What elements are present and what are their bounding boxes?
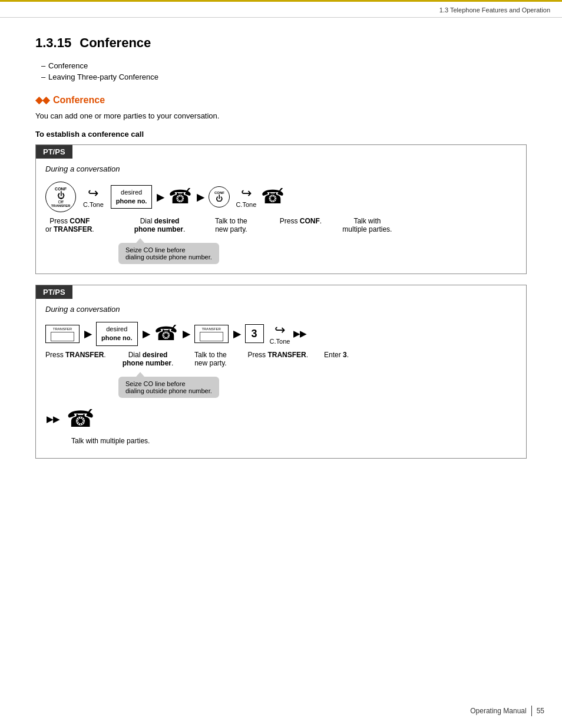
handset-waves-2: ☎́ [261, 186, 285, 208]
diagram-box-1: PT/PS During a conversation CONF ⏻ Off T… [35, 144, 527, 274]
label-press-transfer-2: Press TRANSFER. [247, 351, 308, 359]
handset-waves-4: ☎́ [67, 406, 94, 432]
subsection-heading: ◆◆ Conference [35, 94, 527, 106]
callout-text-2: Seize CO line beforedialing outside phon… [125, 380, 212, 394]
transfer-sub-label: TRANSFER [51, 204, 71, 207]
handset-icon-1: ↪ [88, 186, 98, 201]
toc-item-1: Conference [41, 61, 527, 70]
transfer-btn-2-label: TRANSFER [201, 327, 220, 331]
during-conv-2: During a conversation [45, 305, 526, 314]
label-press-transfer: Press TRANSFER. [45, 351, 106, 359]
desired-label-2: desired [106, 325, 127, 332]
label-talk-multiple-1: Talk withmultiple parties. [340, 217, 394, 233]
handset-icon-2: ↪ [241, 186, 252, 201]
dbl-arrow-1: ▶▶ [293, 329, 306, 338]
ctone-label-3: C.Tone [270, 338, 290, 345]
arrow-1: ▶ [157, 192, 164, 203]
footer: Operating Manual 55 [0, 706, 562, 716]
desired-label-1: desired [121, 189, 142, 196]
transfer-button: TRANSFER [45, 325, 80, 343]
toc-list: Conference Leaving Three-party Conferenc… [35, 61, 527, 81]
page-content: 1.3.15 Conference Conference Leaving Thr… [0, 18, 562, 487]
conf-transfer-button: CONF ⏻ Off TRANSFER [45, 182, 76, 212]
flow-row-2: TRANSFER ▶ desired phone no. ▶ ☎́ ▶ TRAN… [45, 322, 526, 346]
label-dial-desired-1: Dial desired phone number. [134, 217, 186, 233]
section-name: Conference [80, 35, 151, 50]
transfer-bold-2: TRANSFER [65, 351, 104, 359]
description: You can add one or more parties to your … [35, 111, 527, 120]
arrow-2: ▶ [197, 192, 204, 203]
flow-row-1: CONF ⏻ Off TRANSFER ↪ C.Tone desired pho… [45, 182, 526, 212]
number-3-label: 3 [252, 328, 257, 340]
transfer-btn-2-body [200, 332, 223, 341]
header-bar: 1.3 Telephone Features and Operation [0, 0, 562, 18]
handset-waves-1: ☎́ [168, 186, 192, 208]
handset-waves-3: ☎́ [154, 322, 178, 345]
section-title: 1.3.15 Conference [35, 35, 527, 51]
callout-2: Seize CO line beforedialing outside phon… [118, 377, 219, 398]
desired-phone-box-2: desired phone no. [96, 322, 138, 346]
conf-bold-2: CONF [300, 217, 320, 225]
transfer-bold-label: TRANSFER [54, 225, 92, 233]
transfer-button-2: TRANSFER [194, 325, 229, 343]
arrow-4: ▶ [143, 328, 150, 340]
handset-waves-group-4: ☎́ [67, 406, 94, 432]
dbl-arrow-2: ▶▶ [47, 414, 59, 424]
section-number: 1.3.15 [35, 35, 71, 50]
transfer-button-2-group: TRANSFER [194, 325, 229, 343]
label-row-1: Press CONF or TRANSFER. Dial desired pho… [45, 217, 526, 233]
ctone-label-1: C.Tone [83, 201, 104, 208]
label-press-conf: Press CONF or TRANSFER. [45, 217, 94, 233]
conf-button-2: CONF ⏻ [209, 186, 230, 207]
handset-waves-group-2: ☎́ [261, 186, 285, 208]
conf-button: CONF ⏻ Off TRANSFER [45, 182, 76, 212]
label-talk-multiple-2: Talk with multiple parties. [71, 437, 150, 445]
ptps-header-1: PT/PS [36, 145, 72, 159]
handset-waves-group-3: ☎́ [154, 322, 178, 345]
during-conv-1: During a conversation [45, 164, 526, 173]
ctone-group-3: ↪ C.Tone [270, 322, 290, 345]
callout-text-1: Seize CO line beforedialing outside phon… [125, 246, 212, 261]
power-icon: ⏻ [57, 191, 65, 200]
establish-heading: To establish a conference call [35, 130, 527, 139]
label-row-3: Talk with multiple parties. [45, 437, 526, 445]
desired-phone-box-1: desired phone no. [111, 185, 153, 209]
dial-desired-bold-2: desired [143, 351, 168, 359]
callout-area-2: Seize CO line beforedialing outside phon… [71, 373, 526, 398]
transfer-bold-3: TRANSFER [267, 351, 306, 359]
ctone-group-1: ↪ C.Tone [83, 186, 104, 208]
diagram-box-2: PT/PS During a conversation TRANSFER ▶ d… [35, 285, 527, 459]
phone-no-label-1: phone no. [116, 197, 147, 205]
enter-3-bold: 3 [343, 351, 347, 359]
label-row-2: Press TRANSFER. Dial desired phone numbe… [45, 351, 526, 367]
label-enter-3: Enter 3. [319, 351, 354, 359]
transfer-button-group: TRANSFER [45, 325, 80, 343]
callout-area-1: Seize CO line beforedialing outside phon… [71, 239, 526, 264]
subsection-title: Conference [53, 95, 105, 106]
dial-phone-number-2: phone number [123, 359, 171, 367]
label-press-conf-2: Press CONF. [277, 217, 324, 225]
flow-row-3: ▶▶ ☎́ [45, 406, 526, 432]
dial-phone-number-1: phone number [134, 225, 183, 233]
label-talk-new-1: Talk to thenew party. [207, 217, 254, 233]
conf-button-2-group: CONF ⏻ [209, 186, 230, 207]
conf-icon-2: ⏻ [216, 195, 223, 203]
footer-page: 55 [537, 707, 544, 715]
off-label: Off [58, 200, 63, 204]
arrow-6: ▶ [233, 328, 240, 340]
arrow-3: ▶ [84, 328, 91, 340]
handset-icon-3: ↪ [275, 322, 285, 338]
phone-no-label-2: phone no. [101, 334, 133, 341]
transfer-btn-body [51, 332, 74, 341]
header-title: 1.3 Telephone Features and Operation [439, 6, 550, 14]
number-3-box: 3 [245, 324, 264, 343]
transfer-btn-label: TRANSFER [53, 327, 72, 331]
label-dial-desired-2: Dial desired phone number. [123, 351, 174, 367]
diamond-icons: ◆◆ [35, 94, 49, 106]
footer-separator [531, 706, 532, 716]
ptps-header-2: PT/PS [36, 285, 72, 299]
conf-bold-label: CONF [70, 217, 90, 225]
footer-left: Operating Manual [470, 707, 526, 715]
ctone-group-2: ↪ C.Tone [236, 186, 256, 208]
label-talk-new-2: Talk to thenew party. [190, 351, 231, 367]
